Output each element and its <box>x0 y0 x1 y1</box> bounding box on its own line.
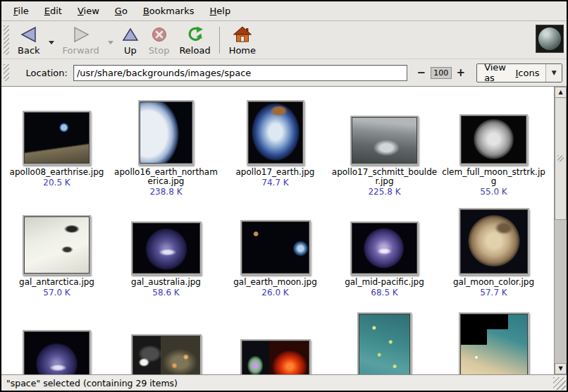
home-button[interactable]: Home <box>224 23 261 56</box>
chevron-down-icon <box>48 35 55 48</box>
earth-crescent-thumbnail-icon <box>138 100 194 165</box>
file-item[interactable]: gal_antarctica.jpg57.0 K <box>2 201 111 298</box>
back-history-dropdown[interactable] <box>45 35 58 48</box>
earthrise-thumbnail-icon <box>23 111 91 165</box>
stop-label: Stop <box>149 45 170 56</box>
status-text: "space" selected (containing 29 items) <box>6 378 178 388</box>
location-input[interactable] <box>73 65 407 81</box>
forward-label: Forward <box>63 45 99 56</box>
scrollbar-track[interactable] <box>555 220 567 363</box>
full-moon-gray-thumbnail-icon <box>459 114 528 165</box>
file-item[interactable]: clem_full_moon_strtrk.jpg55.0 K <box>439 98 548 197</box>
file-item[interactable] <box>2 330 111 374</box>
file-size: 57.0 K <box>43 288 70 298</box>
file-item[interactable]: apollo17_earth.jpg74.7 K <box>221 98 330 188</box>
teal-nebula-thumbnail-icon <box>357 312 412 374</box>
file-item[interactable]: gal_earth_moon.jpg26.0 K <box>221 201 330 298</box>
file-item[interactable]: apollo17_schmitt_boulder.jpg225.8 K <box>330 98 439 197</box>
file-name: apollo17_schmitt_boulder.jpg <box>331 168 438 186</box>
up-icon <box>122 25 139 44</box>
scrollbar-down-button[interactable]: ▼ <box>555 363 567 374</box>
file-size: 26.0 K <box>261 288 288 298</box>
toolbar-separator <box>219 27 220 54</box>
zoom-level: 100 <box>431 67 451 79</box>
file-manager-window: FileEditViewGoBookmarksHelp Back Forward <box>0 0 568 392</box>
up-button[interactable]: Up <box>117 23 144 56</box>
back-icon <box>20 25 38 44</box>
file-item[interactable] <box>330 312 439 374</box>
file-size: 238.8 K <box>149 187 182 197</box>
nebula-pair-thumbnail-icon <box>240 339 311 374</box>
earth-moon-thumbnail-icon <box>240 220 311 275</box>
view-as-label: View as Icons <box>477 64 545 82</box>
menu-item-go[interactable]: Go <box>107 3 135 19</box>
thumbnail-box <box>138 98 194 165</box>
back-label: Back <box>18 45 40 56</box>
chevron-down-icon <box>107 35 114 48</box>
file-item[interactable]: gal_mid-pacific.jpg68.5 K <box>330 201 439 298</box>
forward-history-dropdown <box>104 35 117 48</box>
throbber <box>536 25 564 53</box>
chevron-down-icon: ▼ <box>552 70 557 76</box>
reload-button[interactable]: Reload <box>174 23 215 56</box>
toolbar: Back Forward Up <box>1 21 567 59</box>
location-bar-drag-handle[interactable] <box>4 64 9 81</box>
thumbnail-box <box>247 98 304 165</box>
content-area: apollo08_earthrise.jpg20.5 Kapollo16_ear… <box>1 86 567 375</box>
thumbnail-box <box>350 98 419 165</box>
file-name: clem_full_moon_strtrk.jpg <box>440 168 548 186</box>
file-item[interactable] <box>439 312 548 374</box>
file-size: 225.8 K <box>368 187 400 197</box>
thumbnail-box <box>23 98 91 165</box>
up-arrow-icon: ▲ <box>558 90 562 95</box>
dark-earth-thumbnail-icon <box>131 221 202 275</box>
scrollbar-thumb[interactable] <box>555 98 567 220</box>
file-item[interactable] <box>221 339 330 374</box>
menu-item-help[interactable]: Help <box>202 3 239 19</box>
reload-icon <box>186 25 204 44</box>
file-name: gal_mid-pacific.jpg <box>345 278 424 287</box>
file-name: apollo08_earthrise.jpg <box>10 168 104 177</box>
moon-boulder-thumbnail-icon <box>350 116 419 165</box>
reload-label: Reload <box>179 45 210 56</box>
icon-view: apollo08_earthrise.jpg20.5 Kapollo16_ear… <box>1 87 554 374</box>
view-as-combo[interactable]: View as Icons ▼ <box>476 63 562 82</box>
file-name: apollo17_earth.jpg <box>236 168 315 177</box>
menu-item-file[interactable]: File <box>6 3 37 19</box>
forward-button: Forward <box>58 23 104 56</box>
file-item[interactable]: apollo08_earthrise.jpg20.5 K <box>2 98 111 188</box>
thumbnail-box <box>459 312 529 374</box>
file-size: 68.5 K <box>371 288 397 298</box>
thumbnail-box <box>459 201 529 275</box>
blue-marble-thumbnail-icon <box>247 100 304 165</box>
menu-bar: FileEditViewGoBookmarksHelp <box>1 1 567 21</box>
menu-item-edit[interactable]: Edit <box>37 3 70 19</box>
back-button[interactable]: Back <box>13 23 45 56</box>
zoom-in-button[interactable]: + <box>454 67 469 78</box>
thumbnail-box <box>240 201 311 275</box>
file-item[interactable]: apollo16_earth_northamerica.jpg238.8 K <box>111 98 221 197</box>
file-name: apollo16_earth_northamerica.jpg <box>113 168 220 186</box>
dark-earth-thumbnail-icon <box>23 330 91 374</box>
combo-arrow-button[interactable]: ▼ <box>545 64 562 82</box>
zoom-out-button[interactable]: − <box>414 67 429 78</box>
file-item[interactable] <box>111 334 221 374</box>
thumbnail-box <box>240 339 311 374</box>
menu-item-view[interactable]: View <box>70 3 107 19</box>
file-size: 55.0 K <box>480 187 507 197</box>
file-size: 57.7 K <box>480 288 507 298</box>
file-name: gal_moon_color.jpg <box>453 278 534 287</box>
file-row <box>1 312 554 374</box>
stop-icon <box>151 25 168 44</box>
resize-grip[interactable] <box>553 377 566 390</box>
file-name: gal_australia.jpg <box>131 278 201 287</box>
menu-item-bookmarks[interactable]: Bookmarks <box>135 3 202 19</box>
stop-button: Stop <box>144 23 175 56</box>
scrollbar-up-button[interactable]: ▲ <box>555 87 567 98</box>
file-item[interactable]: gal_australia.jpg58.6 K <box>111 201 221 298</box>
thumbnail-box <box>23 330 91 374</box>
file-row: apollo08_earthrise.jpg20.5 Kapollo16_ear… <box>1 98 554 197</box>
antennae-thumbnail-icon <box>131 334 202 374</box>
toolbar-drag-handle[interactable] <box>4 25 9 55</box>
file-item[interactable]: gal_moon_color.jpg57.7 K <box>439 201 548 298</box>
